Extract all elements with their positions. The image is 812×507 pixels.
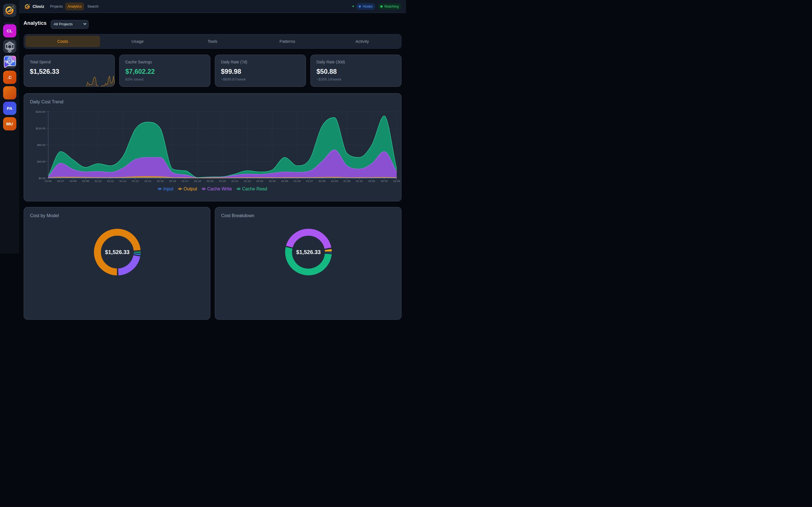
svg-text:01-07: 01-07: [57, 179, 64, 182]
svg-text:01-20: 01-20: [219, 179, 225, 182]
svg-text:01-28: 01-28: [318, 179, 325, 182]
svg-text:01-26: 01-26: [294, 179, 300, 182]
svg-text:01-29: 01-29: [331, 179, 338, 182]
svg-text:02-01: 02-01: [368, 179, 375, 182]
svg-text:$160.00: $160.00: [36, 110, 45, 113]
svg-text:$40.00: $40.00: [37, 160, 45, 163]
svg-text:01-24: 01-24: [269, 179, 275, 182]
svg-text:01-19: 01-19: [206, 179, 213, 182]
svg-text:01-30: 01-30: [343, 179, 350, 182]
svg-text:01-06: 01-06: [45, 179, 51, 182]
svg-text:01-25: 01-25: [281, 179, 288, 182]
svg-text:02-02: 02-02: [380, 179, 388, 182]
svg-text:01-13: 01-13: [132, 179, 139, 182]
svg-text:01-11: 01-11: [107, 179, 114, 182]
svg-text:$1,526.33: $1,526.33: [296, 249, 320, 255]
svg-text:01-17: 01-17: [182, 179, 188, 182]
svg-text:$1,526.33: $1,526.33: [105, 249, 130, 255]
svg-text:01-18: 01-18: [194, 179, 201, 182]
svg-text:01-12: 01-12: [119, 179, 126, 182]
svg-text:$120.00: $120.00: [36, 126, 45, 129]
svg-text:01-08: 01-08: [70, 179, 77, 182]
svg-text:01-15: 01-15: [157, 179, 163, 182]
svg-text:01-27: 01-27: [306, 179, 313, 182]
svg-text:01-23: 01-23: [256, 179, 263, 182]
svg-text:02-03: 02-03: [393, 179, 400, 182]
svg-text:01-16: 01-16: [169, 179, 176, 182]
svg-text:01-09: 01-09: [82, 179, 89, 182]
svg-text:01-10: 01-10: [94, 179, 101, 182]
svg-text:01-14: 01-14: [144, 179, 151, 182]
svg-text:$0.00: $0.00: [39, 176, 45, 179]
svg-text:01-22: 01-22: [244, 179, 251, 182]
svg-text:01-21: 01-21: [231, 179, 238, 182]
svg-text:$80.00: $80.00: [37, 143, 45, 146]
svg-text:01-31: 01-31: [356, 179, 363, 182]
